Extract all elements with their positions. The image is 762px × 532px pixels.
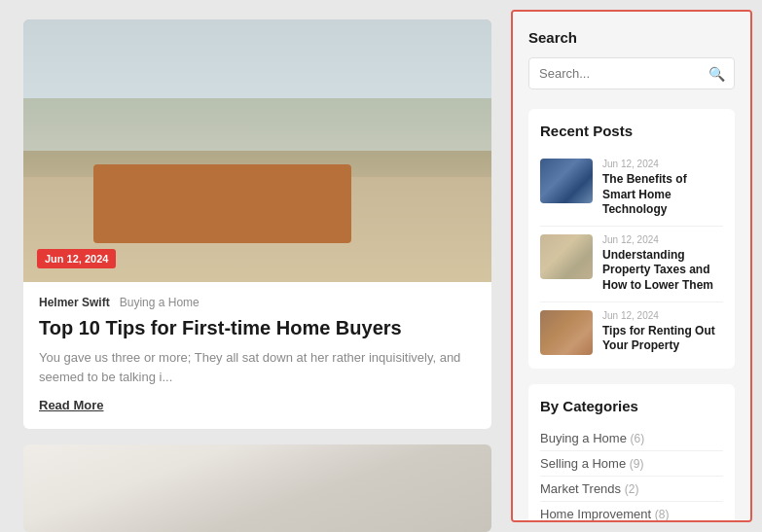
recent-posts-section: Recent Posts Jun 12, 2024 The Benefits o… xyxy=(528,109,735,369)
recent-post-date-1: Jun 12, 2024 xyxy=(602,159,723,169)
recent-post-thumb-3 xyxy=(540,310,593,355)
category-item-3[interactable]: Market Trends (2) xyxy=(540,477,723,502)
category-count-2: (9) xyxy=(630,457,644,471)
thumb-image-1 xyxy=(540,159,593,203)
recent-post-title-2: Understanding Property Taxes and How to … xyxy=(602,248,723,294)
article-hero-image xyxy=(23,19,491,282)
article-category: Buying a Home xyxy=(120,296,200,309)
category-count-1: (6) xyxy=(631,432,645,445)
category-item-2[interactable]: Selling a Home (9) xyxy=(540,451,723,477)
second-article-card xyxy=(23,444,491,532)
thumb-image-2 xyxy=(540,234,593,279)
recent-post-date-2: Jun 12, 2024 xyxy=(602,234,723,245)
article-excerpt: You gave us three or more; They all sat … xyxy=(39,348,476,386)
sidebar: Search 🔍 Recent Posts Jun 12, 2024 The B… xyxy=(511,10,752,522)
recent-post-title-3: Tips for Renting Out Your Property xyxy=(602,324,723,354)
recent-post-date-3: Jun 12, 2024 xyxy=(602,310,723,321)
category-name-2: Selling a Home xyxy=(540,456,626,471)
recent-post-thumb-2 xyxy=(540,234,593,279)
category-name-3: Market Trends xyxy=(540,481,621,496)
recent-post-info-2: Jun 12, 2024 Understanding Property Taxe… xyxy=(602,234,723,294)
article-title: Top 10 Tips for First-time Home Buyers xyxy=(39,315,476,340)
article-meta: Helmer Swift Buying a Home xyxy=(39,296,476,309)
recent-post-info-1: Jun 12, 2024 The Benefits of Smart Home … xyxy=(602,159,723,218)
article-body: Helmer Swift Buying a Home Top 10 Tips f… xyxy=(23,282,491,429)
thumb-image-3 xyxy=(540,310,593,355)
recent-post-item-3[interactable]: Jun 12, 2024 Tips for Renting Out Your P… xyxy=(540,302,723,355)
category-name-1: Buying a Home xyxy=(540,431,627,445)
categories-section: By Categories Buying a Home (6) Selling … xyxy=(528,384,735,522)
recent-post-item-2[interactable]: Jun 12, 2024 Understanding Property Taxe… xyxy=(540,227,723,302)
recent-post-info-3: Jun 12, 2024 Tips for Renting Out Your P… xyxy=(602,310,723,355)
recent-post-title-1: The Benefits of Smart Home Technology xyxy=(602,172,723,218)
recent-posts-title: Recent Posts xyxy=(540,123,723,139)
category-count-4: (8) xyxy=(655,508,670,521)
article-image-wrapper: Jun 12, 2024 xyxy=(23,19,491,282)
recent-post-thumb-1 xyxy=(540,159,593,203)
search-icon: 🔍 xyxy=(708,66,725,82)
category-name-4: Home Improvement xyxy=(540,507,651,521)
search-box: 🔍 xyxy=(528,57,735,89)
read-more-link[interactable]: Read More xyxy=(39,398,103,412)
search-section-title: Search xyxy=(528,29,735,46)
category-count-3: (2) xyxy=(625,482,639,496)
article-author: Helmer Swift xyxy=(39,296,110,309)
categories-title: By Categories xyxy=(540,398,723,414)
main-content: Jun 12, 2024 Helmer Swift Buying a Home … xyxy=(0,0,511,532)
second-article-image xyxy=(23,444,491,532)
category-item-1[interactable]: Buying a Home (6) xyxy=(540,426,723,451)
featured-article-card: Jun 12, 2024 Helmer Swift Buying a Home … xyxy=(23,19,491,429)
search-input[interactable] xyxy=(528,57,735,89)
article-date-badge: Jun 12, 2024 xyxy=(37,249,116,268)
category-item-4[interactable]: Home Improvement (8) xyxy=(540,502,723,522)
recent-post-item[interactable]: Jun 12, 2024 The Benefits of Smart Home … xyxy=(540,151,723,227)
